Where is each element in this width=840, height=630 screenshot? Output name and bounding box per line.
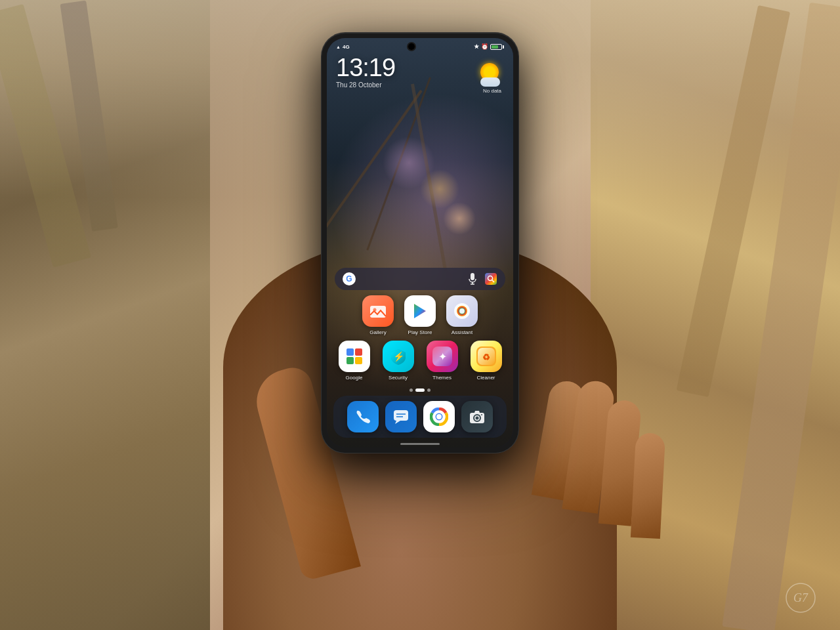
playstore-icon [404,295,436,327]
apps-row-1: Gallery [327,295,513,341]
dot-1 [410,388,413,392]
voice-search-button[interactable] [466,272,479,285]
app-cleaner[interactable]: ♻ Cleaner [467,341,505,381]
home-bar [400,443,440,445]
app-playstore[interactable]: Play Store [404,295,436,335]
security-label: Security [388,375,408,381]
svg-point-27 [436,414,442,419]
svg-point-10 [459,308,465,314]
dock-messages[interactable] [385,401,417,432]
cloud-icon [480,77,500,87]
bluetooth-icon: ★ [474,43,479,50]
cleaner-icon: ♻ [471,341,502,372]
svg-rect-21 [394,410,408,421]
dock-phone[interactable] [347,401,379,432]
assistant-svg [452,301,472,321]
security-svg: ⚡ [388,346,408,366]
phone-screen: ▲ 4G ★ ⏰ [327,38,513,448]
app-assistant[interactable]: Assistant [446,295,478,335]
lens-svg [487,275,495,283]
dock-chrome[interactable] [423,401,455,432]
google-label: Google [346,375,363,381]
alarm-icon: ⏰ [481,43,488,50]
svg-point-30 [476,417,479,420]
lte-text: 4G [343,44,350,50]
svg-rect-0 [471,273,474,280]
weather-icon-container [480,63,504,87]
svg-point-31 [481,414,482,415]
status-right: ★ ⏰ [474,43,504,50]
dock [333,396,507,438]
camera-icon [469,408,486,425]
battery-fill [492,45,498,49]
themes-label: Themes [432,375,452,381]
app-security[interactable]: ⚡ Security [379,341,417,381]
lens-button[interactable] [484,272,497,285]
battery-icon [490,44,504,50]
phone-icon [354,408,371,425]
app-themes[interactable]: ✦ Themes [423,341,461,381]
cleaner-label: Cleaner [476,375,495,381]
camera-hole [408,43,415,50]
messages-icon [392,408,410,425]
google-g-logo: G [343,272,356,285]
google-svg [345,346,364,366]
page-dots [327,388,513,396]
svg-text:✦: ✦ [438,351,446,362]
microphone-icon [468,273,477,285]
assistant-icon [446,295,478,327]
themes-svg: ✦ [432,346,452,366]
svg-marker-7 [414,304,426,318]
dot-2-active [415,388,425,392]
watermark: G7 [781,581,820,617]
weather-text: No data [483,88,501,94]
scene: ▲ 4G ★ ⏰ [0,0,840,630]
dock-camera[interactable] [461,401,493,432]
home-indicator [327,443,513,448]
svg-rect-14 [355,357,362,364]
clock-time: 13:19 [336,55,504,80]
svg-text:⚡: ⚡ [392,351,404,362]
phone-wrapper: ▲ 4G ★ ⏰ [322,33,518,453]
svg-rect-12 [355,348,362,356]
wp-flower-3 [443,202,476,235]
gallery-svg [369,302,387,320]
cleaner-svg: ♻ [476,346,496,366]
weather-widget[interactable]: No data [480,63,504,94]
search-bar[interactable]: G [335,268,505,290]
svg-text:♻: ♻ [482,352,490,362]
themes-icon: ✦ [427,341,458,372]
apps-row-2: Google [327,341,513,388]
playstore-svg [410,301,430,321]
status-bar: ▲ 4G ★ ⏰ [327,38,513,52]
chrome-icon [430,408,448,426]
svg-rect-11 [346,348,354,356]
battery-tip [503,45,504,49]
app-gallery[interactable]: Gallery [362,295,394,335]
signal-icon: ▲ [336,45,341,49]
battery-body [490,44,502,50]
phone-body: ▲ 4G ★ ⏰ [322,33,518,453]
lens-icon [485,273,497,285]
gallery-label: Gallery [369,329,386,335]
app-google[interactable]: Google [335,341,373,381]
security-icon: ⚡ [383,341,414,372]
clock-date: Thu 28 October [336,81,504,89]
status-left: ▲ 4G [336,44,350,50]
svg-line-4 [492,280,494,282]
assistant-label: Assistant [452,329,472,335]
svg-point-3 [488,276,493,281]
finger-pinky [631,432,665,539]
svg-text:G7: G7 [793,591,808,604]
svg-rect-13 [346,357,354,364]
watermark-svg: G7 [781,581,820,614]
gallery-icon [362,295,394,327]
google-icon [339,341,370,372]
dot-3 [427,388,430,392]
playstore-label: Play Store [408,329,432,335]
